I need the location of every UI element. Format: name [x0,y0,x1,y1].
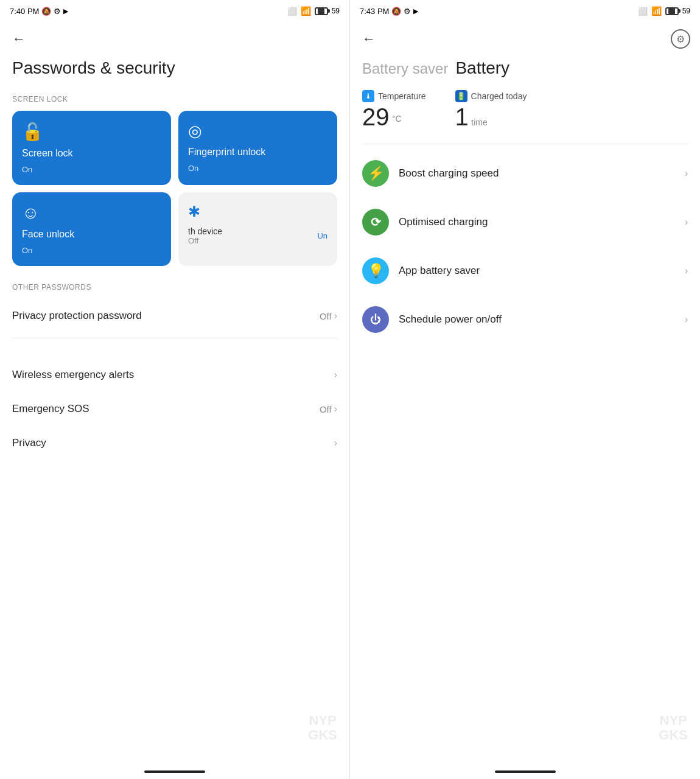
face-icon: ☺ [22,203,161,223]
app-battery-saver-item[interactable]: 💡 App battery saver › [350,246,700,295]
screen-lock-grid: 🔓 Screen lock On ◎ Fingerprint unlock On… [0,111,349,278]
privacy-item[interactable]: Privacy › [0,426,349,460]
bluetooth-status: Off [188,236,222,245]
right-clock: 7:43 PM [360,7,389,16]
privacy-protection-item[interactable]: Privacy protection password Off › [0,299,349,333]
screen-lock-status: On [22,165,161,174]
left-watermark: NYPGKS [308,713,337,742]
face-unlock-label: Face unlock [22,229,161,240]
face-unlock-tile[interactable]: ☺ Face unlock On [12,192,171,266]
temperature-stat: 🌡 Temperature 29 °C [362,90,426,129]
chevron-icon: › [334,369,337,380]
battery-main-label: Battery [455,58,509,78]
face-unlock-status: On [22,246,161,255]
battery-icon [315,7,328,15]
battery-header-row: Battery saver Battery [350,54,700,90]
charged-today-unit: time [471,117,487,127]
privacy-protection-label: Privacy protection password [12,310,142,322]
right-play-icon: ▶ [413,7,418,15]
optimised-charging-chevron: › [685,217,688,228]
charged-today-label: Charged today [471,91,527,101]
divider-1 [12,338,337,338]
right-top-bar: ← ⚙ [350,22,700,54]
fingerprint-unlock-tile[interactable]: ◎ Fingerprint unlock On [178,111,337,185]
charged-today-value-row: 1 time [455,105,527,129]
temperature-header: 🌡 Temperature [362,90,426,102]
optimised-charging-item[interactable]: ⟳ Optimised charging › [350,198,700,246]
right-bottom-bar [495,770,556,773]
bluetooth-action[interactable]: Un [317,231,327,240]
spacer-1 [0,343,349,358]
chevron-icon: › [334,310,337,321]
app-battery-saver-label: App battery saver [399,265,675,277]
left-panel: 7:40 PM 🔕 ⚙ ▶ ⬜ 📶 59 ← Passwords & secur… [0,0,350,779]
right-time: 7:43 PM 🔕 ⚙ ▶ [360,7,418,16]
battery-percent: 59 [332,7,340,15]
fingerprint-unlock-label: Fingerprint unlock [188,147,327,158]
left-clock: 7:40 PM [10,7,39,16]
right-back-button[interactable]: ← [360,29,378,49]
wireless-emergency-value: › [334,369,337,380]
right-battery-percent: 59 [682,7,690,15]
right-settings-icon[interactable]: ⚙ [671,29,690,49]
app-battery-saver-icon: 💡 [362,257,389,284]
left-bottom-bar [144,770,205,773]
boost-charging-chevron: › [685,168,688,179]
privacy-value: › [334,438,337,449]
fingerprint-unlock-status: On [188,164,327,173]
schedule-power-chevron: › [685,314,688,325]
boost-charging-icon: ⚡ [362,160,389,187]
right-battery-icon [665,7,679,15]
left-status-right: ⬜ 📶 59 [287,6,340,16]
right-status-right: ⬜ 📶 59 [638,6,690,16]
screen-cast-icon: ⬜ [287,7,297,16]
schedule-power-label: Schedule power on/off [399,313,675,326]
right-screen-cast-icon: ⬜ [638,7,648,16]
mute-icon: 🔕 [41,7,51,16]
bluetooth-row: th device Off Un [188,226,327,245]
left-top-bar: ← [0,22,349,54]
chevron-icon: › [334,403,337,414]
app-battery-saver-chevron: › [685,265,688,276]
wifi-icon: 📶 [301,6,311,16]
charged-today-stat: 🔋 Charged today 1 time [455,90,527,129]
right-mute-icon: 🔕 [391,7,401,16]
play-icon: ▶ [63,7,68,15]
wireless-emergency-label: Wireless emergency alerts [12,369,134,381]
privacy-protection-value: Off › [320,310,337,321]
screen-lock-label: Screen lock [22,148,161,159]
chevron-icon: › [334,438,337,449]
boost-charging-label: Boost charging speed [399,167,675,180]
lock-icon: 🔓 [22,122,161,142]
right-wifi-icon: 📶 [651,6,662,16]
battery-divider [362,144,688,144]
temperature-value-row: 29 °C [362,105,426,129]
temperature-label: Temperature [378,91,426,101]
left-status-bar: 7:40 PM 🔕 ⚙ ▶ ⬜ 📶 59 [0,0,349,22]
boost-charging-item[interactable]: ⚡ Boost charging speed › [350,149,700,198]
privacy-label: Privacy [12,437,46,449]
stats-row: 🌡 Temperature 29 °C 🔋 Charged today 1 ti… [350,90,700,139]
left-page-title: Passwords & security [0,54,349,90]
emergency-sos-label: Emergency SOS [12,403,89,415]
right-settings-status-icon: ⚙ [404,7,411,16]
bluetooth-device-tile[interactable]: ✱ th device Off Un [178,192,337,266]
charged-today-header: 🔋 Charged today [455,90,527,102]
bluetooth-icon: ✱ [188,203,327,220]
emergency-sos-value: Off › [320,403,337,414]
optimised-charging-label: Optimised charging [399,216,675,228]
left-back-button[interactable]: ← [10,29,28,49]
bluetooth-device-name: th device [188,226,222,236]
schedule-power-item[interactable]: ⏻ Schedule power on/off › [350,295,700,344]
emergency-sos-item[interactable]: Emergency SOS Off › [0,392,349,426]
temperature-value: 29 [362,103,390,130]
charged-today-value: 1 [455,103,469,130]
schedule-power-icon: ⏻ [362,306,389,333]
fingerprint-icon: ◎ [188,122,327,141]
battery-saver-label: Battery saver [362,60,448,77]
left-time: 7:40 PM 🔕 ⚙ ▶ [10,7,68,16]
wireless-emergency-item[interactable]: Wireless emergency alerts › [0,358,349,392]
screen-lock-tile[interactable]: 🔓 Screen lock On [12,111,171,185]
right-panel: 7:43 PM 🔕 ⚙ ▶ ⬜ 📶 59 ← ⚙ Battery saver B… [350,0,700,779]
optimised-charging-icon: ⟳ [362,209,389,236]
